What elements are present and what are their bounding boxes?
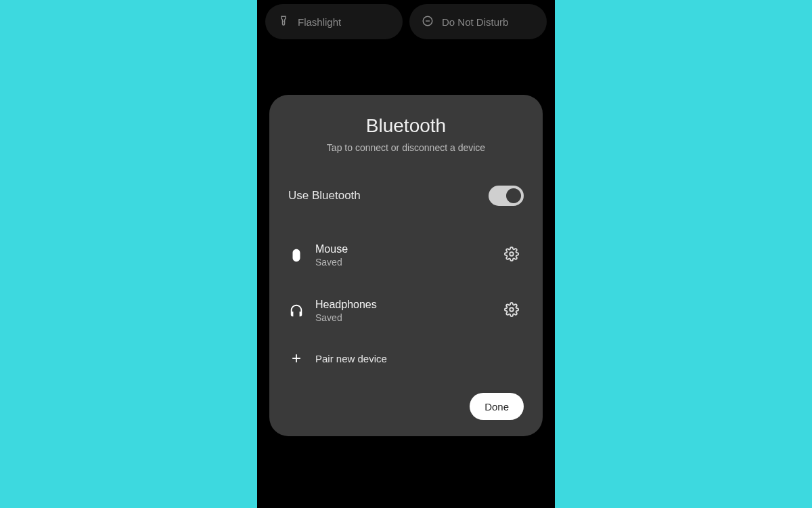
svg-point-4 (510, 308, 514, 312)
dnd-icon (422, 15, 434, 29)
qs-tile-dnd[interactable]: Do Not Disturb (409, 4, 547, 39)
panel-footer: Done (288, 393, 524, 420)
device-name: Mouse (315, 243, 489, 255)
mouse-icon (288, 248, 304, 263)
qs-tile-label: Do Not Disturb (442, 16, 508, 28)
flashlight-icon (277, 15, 290, 29)
device-status: Saved (315, 257, 489, 268)
svg-point-3 (510, 252, 514, 256)
device-text: Headphones Saved (315, 299, 489, 323)
plus-icon: + (288, 349, 304, 368)
device-row[interactable]: Headphones Saved (288, 283, 524, 339)
device-row[interactable]: Mouse Saved (288, 228, 524, 283)
device-status: Saved (315, 312, 489, 323)
device-settings-button[interactable] (499, 243, 524, 268)
gear-icon (504, 302, 519, 320)
done-button[interactable]: Done (470, 393, 524, 420)
use-bluetooth-row: Use Bluetooth (288, 176, 524, 215)
gear-icon (504, 247, 519, 264)
phone-frame: Flashlight Do Not Disturb Bluetooth Tap … (257, 0, 555, 508)
device-name: Headphones (315, 299, 489, 311)
pair-new-device-row[interactable]: + Pair new device (288, 339, 524, 378)
panel-subtitle: Tap to connect or disconnect a device (288, 142, 524, 153)
device-settings-button[interactable] (499, 299, 524, 323)
qs-tile-label: Flashlight (298, 16, 341, 28)
pair-new-label: Pair new device (315, 353, 524, 364)
toggle-knob (506, 188, 521, 203)
bluetooth-panel: Bluetooth Tap to connect or disconnect a… (269, 95, 543, 436)
panel-title: Bluetooth (288, 115, 524, 137)
toggle-label: Use Bluetooth (288, 189, 478, 203)
qs-tile-flashlight[interactable]: Flashlight (265, 4, 403, 39)
headphones-icon (288, 303, 304, 318)
quick-settings-row: Flashlight Do Not Disturb (257, 4, 555, 39)
device-text: Mouse Saved (315, 243, 489, 268)
bluetooth-toggle[interactable] (489, 186, 524, 206)
